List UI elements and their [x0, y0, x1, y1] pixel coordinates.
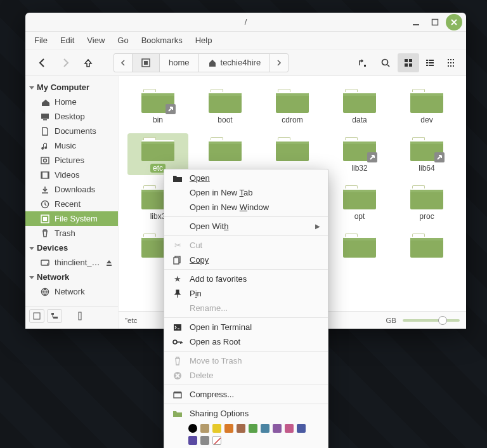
sidebar-item[interactable]: Desktop: [25, 109, 118, 124]
svg-rect-24: [453, 65, 454, 67]
ctx-open-with[interactable]: Open With▶: [164, 219, 328, 234]
zoom-slider[interactable]: [403, 319, 460, 322]
list-view-button[interactable]: [419, 53, 441, 72]
svg-point-28: [44, 159, 47, 162]
color-swatch[interactable]: [200, 424, 209, 433]
ctx-open-window[interactable]: Open in New Window: [164, 200, 328, 214]
svg-rect-43: [174, 258, 179, 264]
home-icon: [41, 98, 49, 107]
folder-item[interactable]: lib64: [396, 133, 457, 175]
back-button[interactable]: [32, 53, 53, 72]
folder-icon: [141, 136, 174, 161]
path-home-button[interactable]: home: [159, 53, 199, 72]
recent-icon: [41, 200, 49, 209]
ctx-add-favorite[interactable]: ★Add to favorites: [164, 272, 328, 286]
color-swatch[interactable]: [212, 424, 221, 433]
folder-item[interactable]: proc: [396, 181, 457, 223]
search-button[interactable]: [375, 53, 396, 72]
sidebar-group[interactable]: Devices: [25, 240, 118, 255]
symlink-badge-icon: [367, 152, 377, 162]
folder-icon: [209, 88, 242, 113]
color-swatch[interactable]: [188, 436, 197, 445]
folder-item[interactable]: [396, 230, 457, 263]
menu-edit[interactable]: Edit: [55, 34, 79, 46]
svg-rect-18: [453, 59, 454, 60]
sidebar-item[interactable]: Music: [25, 138, 118, 153]
sidebar-item[interactable]: Trash: [25, 226, 118, 240]
folder-icon: [410, 184, 443, 209]
color-swatch[interactable]: [224, 424, 233, 433]
sidebar-item[interactable]: Network: [25, 284, 118, 299]
folder-item[interactable]: [329, 230, 390, 263]
color-swatch[interactable]: [200, 436, 209, 445]
folder-item[interactable]: data: [329, 85, 390, 127]
color-swatch[interactable]: [285, 424, 294, 433]
ctx-open-terminal[interactable]: Open in Terminal: [164, 320, 328, 334]
pictures-icon: [41, 156, 49, 165]
folder-item[interactable]: boot: [195, 85, 256, 127]
sidebar-item[interactable]: Recent: [25, 197, 118, 211]
cut-icon: ✂: [172, 240, 183, 250]
maximize-button[interactable]: [427, 14, 443, 30]
close-button[interactable]: [446, 14, 462, 30]
sidebar-item[interactable]: File System: [25, 211, 118, 226]
minimize-button[interactable]: [408, 14, 424, 30]
svg-rect-12: [426, 62, 428, 63]
folder-item[interactable]: lib32: [329, 133, 390, 175]
sidebar-item[interactable]: Pictures: [25, 153, 118, 168]
color-swatches: [164, 421, 328, 448]
menu-go[interactable]: Go: [112, 34, 133, 46]
menu-view[interactable]: View: [82, 34, 110, 46]
menu-help[interactable]: Help: [190, 34, 218, 46]
svg-point-45: [173, 340, 177, 344]
up-button[interactable]: [77, 53, 99, 72]
path-next-button[interactable]: [269, 53, 289, 72]
music-icon: [41, 142, 49, 150]
folder-icon: [276, 88, 309, 113]
drive-icon: [41, 258, 49, 267]
path-prev-button[interactable]: [114, 53, 133, 72]
forward-button[interactable]: [55, 53, 76, 72]
folder-open-icon: [172, 174, 183, 183]
sidebar-item[interactable]: Downloads: [25, 182, 118, 197]
sidebar-item[interactable]: Documents: [25, 124, 118, 138]
toggle-location-button[interactable]: [352, 53, 373, 72]
ctx-open-tab[interactable]: Open in New Tab: [164, 185, 328, 200]
sidebar-group[interactable]: My Computer: [25, 80, 118, 95]
ctx-sharing[interactable]: Sharing Options: [164, 406, 328, 421]
color-swatch[interactable]: [297, 424, 306, 433]
sidebar-item[interactable]: thinclient_…: [25, 255, 118, 270]
svg-rect-27: [41, 157, 49, 164]
sidebar-item[interactable]: Videos: [25, 168, 118, 182]
menu-file[interactable]: File: [29, 34, 53, 46]
color-swatch[interactable]: [188, 424, 197, 433]
places-view-button[interactable]: [29, 309, 44, 323]
status-right: GB: [386, 317, 396, 324]
eject-icon[interactable]: [105, 259, 113, 267]
path-user-button[interactable]: techie4hire: [198, 53, 271, 72]
folder-item[interactable]: opt: [329, 181, 390, 223]
folder-item[interactable]: bin: [127, 85, 188, 127]
ctx-pin[interactable]: Pin: [164, 286, 328, 301]
folder-item[interactable]: cdrom: [262, 85, 323, 127]
ctx-copy[interactable]: Copy: [164, 253, 328, 267]
icon-view-button[interactable]: [398, 53, 419, 72]
sidebar-item[interactable]: Home: [25, 95, 118, 109]
sidebar-toggle-button[interactable]: [72, 309, 88, 323]
ctx-compress[interactable]: Compress...: [164, 387, 328, 402]
titlebar[interactable]: /: [25, 13, 466, 32]
folder-item[interactable]: dev: [396, 85, 457, 127]
archive-icon: [172, 391, 183, 399]
color-swatch[interactable]: [273, 424, 282, 433]
sidebar-group[interactable]: Network: [25, 270, 118, 284]
color-swatch-none[interactable]: [212, 436, 221, 445]
compact-view-button[interactable]: [441, 53, 462, 72]
menu-bookmarks[interactable]: Bookmarks: [136, 34, 188, 46]
path-root-button[interactable]: [132, 53, 160, 72]
ctx-open[interactable]: Open: [164, 171, 328, 185]
ctx-open-root[interactable]: Open as Root: [164, 334, 328, 349]
color-swatch[interactable]: [249, 424, 257, 433]
color-swatch[interactable]: [237, 424, 245, 433]
color-swatch[interactable]: [261, 424, 269, 433]
tree-view-button[interactable]: [47, 309, 62, 323]
